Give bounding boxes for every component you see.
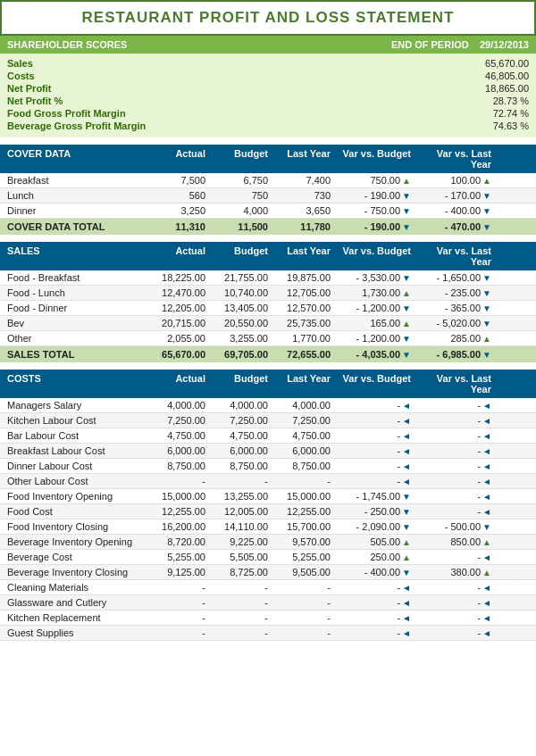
table-row: Guest Supplies - - - - ◄ - ◄: [0, 626, 536, 641]
table-row: Beverage Inventory Closing 9,125.00 8,72…: [0, 565, 536, 580]
shareholder-header-left: SHAREHOLDER SCORES: [7, 39, 127, 50]
table-row: Kitchen Labour Cost 7,250.00 7,250.00 7,…: [0, 413, 536, 428]
table-row: Managers Salary 4,000.00 4,000.00 4,000.…: [0, 398, 536, 413]
table-row: Food Inventory Opening 15,000.00 13,255.…: [0, 489, 536, 504]
costs-section: COSTSActualBudgetLast YearVar vs. Budget…: [0, 370, 536, 641]
table-row: Cleaning Materials - - - - ◄ - ◄: [0, 580, 536, 595]
sales-section: SALESActualBudgetLast YearVar vs. Budget…: [0, 242, 536, 362]
table-row: Breakfast Labour Cost 6,000.00 6,000.00 …: [0, 444, 536, 459]
shareholder-row: Net Profit %28.73 %: [7, 95, 529, 107]
main-title: RESTAURANT PROFIT AND LOSS STATEMENT: [0, 0, 536, 36]
shareholder-row: Food Gross Profit Margin72.74 %: [7, 107, 529, 120]
table-row: Glassware and Cutlery - - - - ◄ - ◄: [0, 595, 536, 611]
shareholder-row: Net Profit18,865.00: [7, 82, 529, 95]
table-row: Bar Labour Cost 4,750.00 4,750.00 4,750.…: [0, 428, 536, 444]
table-row: Food Cost 12,255.00 12,005.00 12,255.00 …: [0, 504, 536, 519]
table-row: Lunch 560 750 730 - 190.00 ▼ - 170.00 ▼: [0, 188, 536, 204]
table-row: Food - Dinner 12,205.00 13,405.00 12,570…: [0, 301, 536, 316]
table-row: Food Inventory Closing 16,200.00 14,110.…: [0, 519, 536, 535]
shareholder-header-right: END OF PERIOD 29/12/2013: [391, 39, 529, 50]
table-row: Dinner Labour Cost 8,750.00 8,750.00 8,7…: [0, 459, 536, 474]
table-row: Food - Breakfast 18,225.00 21,755.00 19,…: [0, 270, 536, 286]
table-row: Breakfast 7,500 6,750 7,400 750.00 ▲ 100…: [0, 173, 536, 188]
table-row: Dinner 3,250 4,000 3,650 - 750.00 ▼ - 40…: [0, 204, 536, 219]
table-row: Beverage Inventory Opening 8,720.00 9,22…: [0, 535, 536, 550]
shareholder-section: SHAREHOLDER SCORES END OF PERIOD 29/12/2…: [0, 36, 536, 137]
shareholder-row: Costs46,805.00: [7, 70, 529, 82]
table-row: Other Labour Cost - - - - ◄ - ◄: [0, 474, 536, 489]
cover-data-section: COVER DATAActualBudgetLast YearVar vs. B…: [0, 145, 536, 235]
table-row: Kitchen Replacement - - - - ◄ - ◄: [0, 611, 536, 626]
shareholder-row: Beverage Gross Profit Margin74.63 %: [7, 120, 529, 132]
shareholder-row: Sales65,670.00: [7, 57, 529, 70]
table-row: Beverage Cost 5,255.00 5,505.00 5,255.00…: [0, 550, 536, 565]
table-row: Food - Lunch 12,470.00 10,740.00 12,705.…: [0, 286, 536, 301]
table-row: Bev 20,715.00 20,550.00 25,735.00 165.00…: [0, 316, 536, 331]
table-row: Other 2,055.00 3,255.00 1,770.00 - 1,200…: [0, 331, 536, 346]
